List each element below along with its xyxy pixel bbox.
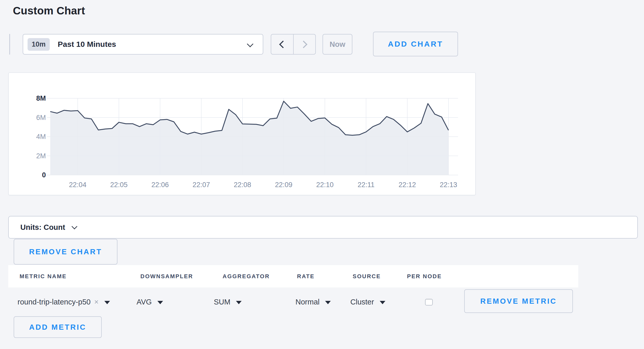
- svg-text:22:13: 22:13: [440, 181, 457, 189]
- per-node-checkbox[interactable]: [425, 299, 433, 306]
- column-header-source: SOURCE: [353, 265, 381, 287]
- metric-name-value: round-trip-latency-p50: [18, 298, 91, 306]
- now-button[interactable]: Now: [323, 34, 352, 55]
- dropdown-arrow-icon: [380, 301, 385, 304]
- latency-area-chart: 22:0422:0522:0622:0722:0822:0922:1022:11…: [9, 73, 475, 195]
- svg-text:22:07: 22:07: [193, 181, 210, 189]
- svg-text:0: 0: [42, 171, 46, 179]
- page-title: Custom Chart: [13, 5, 85, 17]
- metric-name-select[interactable]: round-trip-latency-p50 ×: [18, 287, 110, 316]
- svg-text:22:10: 22:10: [316, 181, 334, 189]
- time-range-badge: 10m: [28, 38, 50, 51]
- time-range-label: Past 10 Minutes: [58, 40, 116, 49]
- remove-chart-button[interactable]: REMOVE CHART: [14, 239, 117, 265]
- svg-text:6M: 6M: [36, 114, 46, 121]
- add-chart-button[interactable]: ADD CHART: [373, 32, 458, 56]
- rate-select[interactable]: Normal: [295, 287, 331, 316]
- column-header-per-node: PER NODE: [407, 265, 442, 287]
- chart-card: 22:0422:0522:0622:0722:0822:0922:1022:11…: [8, 72, 476, 195]
- dropdown-arrow-icon: [236, 301, 242, 304]
- dropdown-arrow-icon: [325, 301, 331, 304]
- time-forward-button[interactable]: [293, 34, 316, 54]
- chevron-down-icon: [247, 41, 253, 47]
- units-label: Units: Count: [20, 223, 65, 232]
- column-header-aggregator: AGGREGATOR: [223, 265, 270, 287]
- svg-text:2M: 2M: [36, 152, 46, 160]
- svg-text:22:04: 22:04: [69, 181, 87, 189]
- source-select[interactable]: Cluster: [350, 287, 385, 316]
- svg-text:22:12: 22:12: [399, 181, 416, 189]
- rate-value: Normal: [295, 298, 319, 306]
- remove-tag-icon[interactable]: ×: [94, 298, 99, 306]
- downsampler-select[interactable]: AVG: [137, 287, 163, 316]
- dropdown-arrow-icon: [157, 301, 163, 304]
- time-range-dropdown[interactable]: 10m Past 10 Minutes: [23, 34, 263, 55]
- remove-metric-button[interactable]: REMOVE METRIC: [464, 289, 573, 313]
- svg-text:4M: 4M: [36, 133, 46, 141]
- chevron-down-icon: [72, 224, 78, 230]
- svg-text:22:05: 22:05: [110, 181, 128, 189]
- svg-text:22:08: 22:08: [234, 181, 251, 189]
- metrics-table-header: METRIC NAME DOWNSAMPLER AGGREGATOR RATE …: [8, 265, 578, 287]
- chevron-left-icon: [279, 40, 287, 48]
- column-header-downsampler: DOWNSAMPLER: [140, 265, 193, 287]
- source-value: Cluster: [350, 298, 374, 306]
- toolbar-divider: [9, 34, 10, 55]
- chevron-right-icon: [300, 40, 308, 48]
- column-header-rate: RATE: [297, 265, 315, 287]
- svg-text:22:09: 22:09: [275, 181, 292, 189]
- downsampler-value: AVG: [137, 298, 152, 306]
- svg-text:8M: 8M: [36, 94, 46, 102]
- units-dropdown[interactable]: Units: Count: [8, 216, 638, 239]
- time-nav-group: [271, 34, 316, 55]
- aggregator-value: SUM: [214, 298, 230, 306]
- svg-text:22:06: 22:06: [151, 181, 169, 189]
- custom-chart-page: Custom Chart 10m Past 10 Minutes Now ADD…: [0, 0, 644, 349]
- svg-text:22:11: 22:11: [358, 181, 375, 189]
- add-metric-button[interactable]: ADD METRIC: [14, 316, 102, 338]
- dropdown-arrow-icon: [104, 301, 110, 304]
- column-header-metric-name: METRIC NAME: [20, 265, 67, 287]
- aggregator-select[interactable]: SUM: [214, 287, 242, 316]
- time-back-button[interactable]: [271, 34, 293, 54]
